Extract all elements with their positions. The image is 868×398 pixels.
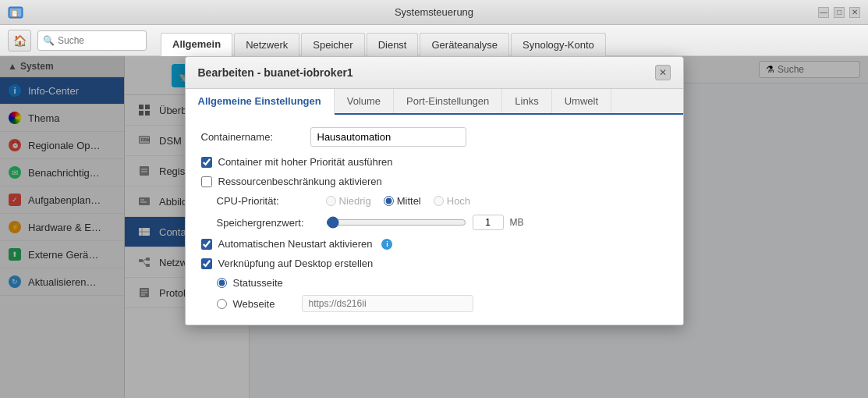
cpu-priority-row: CPU-Priorität: Niedrig Mittel — [201, 195, 668, 207]
tab-speicher[interactable]: Speicher — [301, 33, 364, 56]
status-page-option: Statusseite — [217, 277, 668, 289]
memory-value-input[interactable] — [473, 215, 504, 230]
home-button[interactable]: 🏠 — [8, 30, 31, 52]
container-name-input[interactable] — [310, 127, 466, 147]
website-radio[interactable] — [217, 299, 227, 309]
tab-allgemein[interactable]: Allgemein — [161, 33, 232, 56]
cpu-medium-radio[interactable] — [384, 196, 394, 206]
memory-row: Speichergrenzwert: MB — [201, 215, 668, 230]
priority-label: Container mit hoher Priorität ausführen — [218, 156, 393, 168]
cpu-high-label: Hoch — [447, 195, 470, 207]
maximize-button[interactable]: □ — [834, 7, 845, 18]
modal-header: Bearbeiten - buanet-iobroker1 ✕ — [186, 57, 683, 89]
container-name-label: Containername: — [201, 131, 310, 143]
search-icon: 🔍 — [43, 35, 55, 46]
modal-tab-port[interactable]: Port-Einstellungen — [394, 89, 502, 113]
modal-overlay: Bearbeiten - buanet-iobroker1 ✕ Allgemei… — [0, 56, 868, 398]
cpu-low-option: Niedrig — [326, 195, 371, 207]
restart-checkbox-row: Automatischen Neustart aktivieren i — [201, 238, 668, 250]
restart-label: Automatischen Neustart aktivieren — [218, 238, 373, 250]
priority-checkbox-row: Container mit hoher Priorität ausführen — [201, 156, 668, 168]
minimize-button[interactable]: — — [818, 7, 829, 18]
cpu-low-radio[interactable] — [326, 196, 336, 206]
website-option: Webseite — [217, 295, 668, 312]
cpu-medium-label: Mittel — [397, 195, 421, 207]
modal-tab-umwelt[interactable]: Umwelt — [552, 89, 611, 113]
restart-info-icon[interactable]: i — [381, 239, 392, 250]
resource-checkbox-row: Ressourcenbeschränkung aktivieren — [201, 176, 668, 187]
cpu-medium-option: Mittel — [384, 195, 421, 207]
cpu-priority-label: CPU-Priorität: — [217, 195, 326, 207]
desktop-options-group: Statusseite Webseite — [201, 277, 668, 312]
title-bar: 📋 Systemsteuerung — □ ✕ — [0, 0, 868, 25]
cpu-radio-group: Niedrig Mittel Hoch — [326, 195, 471, 207]
website-label: Webseite — [233, 298, 296, 310]
svg-text:📋: 📋 — [10, 9, 19, 18]
main-tabs: Allgemein Netzwerk Speicher Dienst Gerät… — [161, 25, 608, 56]
cpu-high-radio[interactable] — [434, 196, 444, 206]
tab-synology-konto[interactable]: Synology-Konto — [511, 33, 606, 56]
search-input[interactable] — [58, 35, 141, 46]
cpu-high-option: Hoch — [434, 195, 470, 207]
tab-netzwerk[interactable]: Netzwerk — [234, 33, 299, 56]
edit-modal: Bearbeiten - buanet-iobroker1 ✕ Allgemei… — [185, 56, 684, 325]
close-button[interactable]: ✕ — [849, 7, 860, 18]
resource-checkbox[interactable] — [201, 176, 212, 187]
resource-label: Ressourcenbeschränkung aktivieren — [218, 176, 382, 187]
restart-checkbox[interactable] — [201, 239, 212, 250]
slider-container: MB — [326, 215, 524, 230]
modal-tabs: Allgemeine Einstellungen Volume Port-Ein… — [186, 89, 683, 115]
status-page-label: Statusseite — [233, 277, 296, 289]
priority-checkbox[interactable] — [201, 157, 212, 168]
cpu-low-label: Niedrig — [339, 195, 371, 207]
status-page-radio[interactable] — [217, 278, 227, 288]
memory-label: Speichergrenzwert: — [217, 217, 326, 229]
memory-slider[interactable] — [326, 216, 466, 229]
main-toolbar: 🏠 🔍 Allgemein Netzwerk Speicher Dienst G… — [0, 25, 868, 56]
tab-gerateanalyse[interactable]: Geräteanalyse — [420, 33, 509, 56]
window-title: Systemsteuerung — [395, 6, 473, 18]
tab-dienst[interactable]: Dienst — [367, 33, 419, 56]
shortcut-checkbox-row: Verknüpfung auf Desktop erstellen — [201, 258, 668, 269]
shortcut-checkbox[interactable] — [201, 258, 212, 269]
memory-unit: MB — [510, 217, 524, 228]
website-url-input[interactable] — [302, 295, 473, 312]
modal-close-button[interactable]: ✕ — [655, 65, 671, 80]
modal-tab-volume[interactable]: Volume — [335, 89, 394, 113]
toolbar-search[interactable]: 🔍 — [37, 30, 147, 51]
modal-tab-links[interactable]: Links — [502, 89, 551, 113]
shortcut-label: Verknüpfung auf Desktop erstellen — [218, 258, 374, 269]
app-icon: 📋 — [8, 5, 23, 20]
right-panel: ⚗ Bearbeiten - buanet-iobroker1 ✕ Allgem… — [250, 56, 868, 398]
modal-title: Bearbeiten - buanet-iobroker1 — [198, 66, 353, 79]
modal-tab-allgemein[interactable]: Allgemeine Einstellungen — [186, 89, 335, 115]
main-area: ▲ System i Info-Center Thema ⏰ Regionale… — [0, 56, 868, 398]
window-controls: — □ ✕ — [818, 7, 860, 18]
container-name-row: Containername: — [201, 127, 668, 147]
modal-body: Containername: Container mit hoher Prior… — [186, 115, 683, 325]
